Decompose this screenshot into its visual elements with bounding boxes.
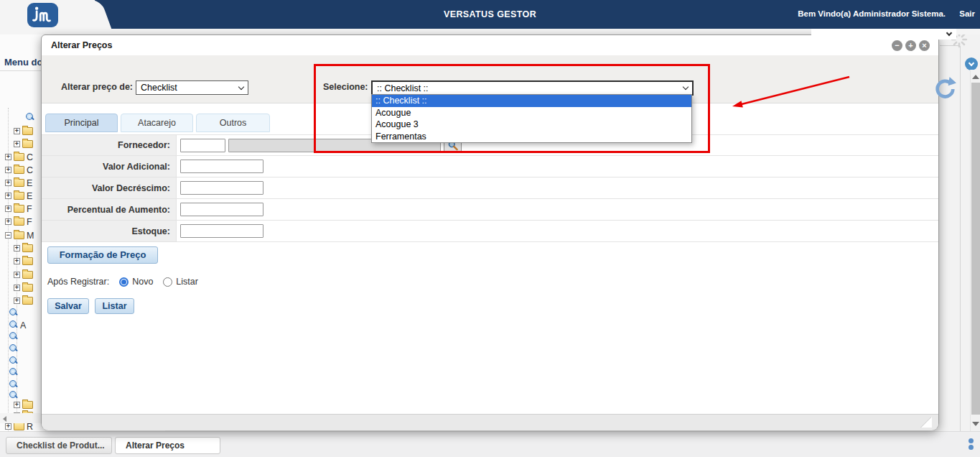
resize-grip[interactable]: [921, 417, 932, 428]
tree-item[interactable]: +E: [5, 190, 32, 202]
expand-icon[interactable]: +: [5, 218, 11, 225]
tree-item[interactable]: +: [14, 242, 35, 254]
horizontal-scrollbar[interactable]: [0, 413, 41, 423]
tree-item[interactable]: +: [14, 269, 35, 281]
expand-icon[interactable]: +: [14, 272, 20, 278]
tree-item[interactable]: −M: [5, 229, 34, 241]
tree-item[interactable]: [26, 111, 37, 124]
tree-item[interactable]: +: [14, 255, 35, 267]
taskbar-tab[interactable]: Checklist de Produt...: [6, 437, 112, 454]
search-icon: [9, 368, 19, 377]
taskbar-tab[interactable]: Alterar Preços: [115, 437, 220, 454]
expand-icon[interactable]: +: [14, 285, 20, 291]
collapse-panel-button[interactable]: [965, 57, 978, 70]
expand-icon[interactable]: +: [14, 141, 20, 147]
close-button[interactable]: ×: [919, 40, 930, 51]
window-controls: − + ×: [892, 40, 930, 51]
expand-icon[interactable]: +: [14, 402, 20, 408]
background-panel-border: [960, 46, 961, 431]
fornecedor-label: Fornecedor:: [42, 135, 177, 155]
tree-item[interactable]: +: [14, 125, 35, 137]
logout-link[interactable]: Sair: [959, 9, 975, 18]
tab-atacarejo[interactable]: Atacarejo: [121, 114, 193, 132]
app-logo[interactable]: [27, 3, 58, 27]
apos-registrar-row: Após Registrar: NovoListar: [47, 277, 198, 287]
expand-icon[interactable]: +: [5, 180, 11, 186]
tree-item[interactable]: +C: [5, 164, 33, 176]
folder-icon: [22, 127, 33, 135]
folder-icon: [14, 218, 24, 226]
chevron-down-icon: [946, 30, 952, 36]
tree-item[interactable]: +: [14, 282, 35, 294]
tree-item-label: F: [27, 204, 32, 214]
scroll-down-arrow[interactable]: [972, 422, 979, 426]
sidebar-title: Menu do: [4, 57, 42, 68]
tree-item[interactable]: [9, 343, 20, 355]
radio-novo[interactable]: Novo: [119, 277, 153, 287]
valor-adicional-input[interactable]: [180, 160, 263, 173]
expand-icon[interactable]: +: [5, 193, 11, 199]
scrollbar-thumb[interactable]: [971, 83, 980, 415]
formacao-de-preco-button[interactable]: Formação de Preço: [47, 246, 158, 264]
vertical-scrollbar[interactable]: [970, 70, 980, 431]
expand-icon[interactable]: +: [5, 167, 11, 173]
search-icon: [9, 308, 19, 318]
fornecedor-code-input[interactable]: [180, 139, 225, 152]
radio-button[interactable]: [119, 277, 129, 287]
apos-registrar-label: Após Registrar:: [47, 277, 109, 287]
expand-icon[interactable]: +: [5, 206, 11, 212]
search-icon: [26, 113, 35, 122]
expand-icon[interactable]: +: [14, 258, 20, 264]
form-row: Estoque:: [42, 221, 938, 242]
folder-icon: [22, 257, 33, 265]
tree-item[interactable]: +: [14, 295, 35, 307]
background-combobox[interactable]: [811, 29, 956, 40]
form-row: Valor Adicional:: [42, 156, 938, 177]
expand-icon[interactable]: +: [14, 297, 20, 304]
alterar-preco-de-select[interactable]: Checklist: [136, 80, 248, 95]
tree-item[interactable]: [9, 366, 20, 379]
expand-icon[interactable]: +: [5, 154, 11, 160]
estoque-input[interactable]: [180, 224, 263, 238]
window-title: Alterar Preços: [51, 40, 112, 50]
expand-icon[interactable]: +: [14, 128, 20, 134]
scroll-left-arrow[interactable]: [3, 416, 6, 422]
tree-item[interactable]: +F: [5, 216, 32, 228]
tab-outros[interactable]: Outros: [196, 114, 270, 132]
chevron-down-icon: [969, 60, 974, 66]
status-dot: [969, 438, 974, 443]
valor-adicional-label: Valor Adicional:: [42, 156, 177, 177]
tab-principal[interactable]: Principal: [45, 114, 118, 132]
valor-decrescimo-input[interactable]: [180, 181, 263, 195]
tree-item-label: C: [27, 165, 33, 175]
salvar-button[interactable]: Salvar: [47, 298, 89, 314]
refresh-icon[interactable]: [933, 75, 956, 104]
tree-item[interactable]: A: [9, 319, 26, 331]
expand-icon[interactable]: +: [14, 245, 20, 251]
folder-icon: [22, 140, 33, 148]
tree-item[interactable]: +E: [5, 177, 32, 189]
collapse-icon[interactable]: −: [5, 232, 11, 239]
tree-item[interactable]: +F: [5, 203, 32, 215]
scroll-up-arrow[interactable]: [972, 75, 979, 79]
folder-icon: [14, 153, 24, 161]
tree-item[interactable]: +C: [5, 151, 33, 163]
annotation-arrow: [722, 68, 858, 115]
tree-item[interactable]: +: [14, 138, 35, 150]
percentual-de-aumento-label: Percentual de Aumento:: [42, 199, 177, 220]
radio-listar[interactable]: Listar: [163, 277, 198, 287]
search-icon: [9, 344, 19, 354]
open-windows-taskbar: Checklist de Produt...Alterar Preços: [0, 431, 980, 457]
logo-monogram-icon: [32, 5, 55, 25]
tree-item[interactable]: [9, 331, 20, 343]
listar-button[interactable]: Listar: [95, 298, 134, 314]
radio-button[interactable]: [163, 277, 172, 287]
expand-icon[interactable]: +: [5, 423, 11, 430]
tree-item-label: F: [27, 217, 32, 227]
percentual-de-aumento-input[interactable]: [180, 203, 263, 216]
minimize-button[interactable]: −: [892, 40, 902, 51]
tree-item[interactable]: [9, 307, 20, 319]
maximize-button[interactable]: +: [905, 40, 916, 51]
radio-group: NovoListar: [109, 277, 198, 287]
tree-item[interactable]: [9, 355, 20, 367]
